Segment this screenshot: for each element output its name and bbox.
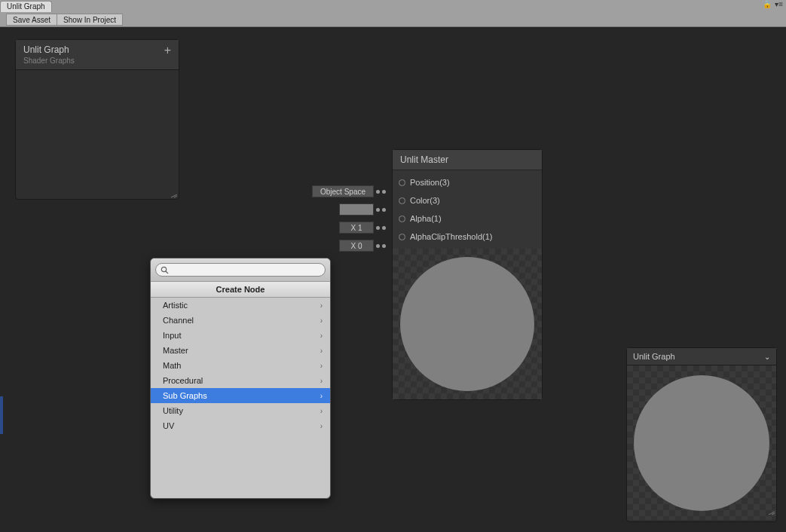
- connector-dot-icon: [376, 226, 380, 230]
- searcher-item-input[interactable]: Input›: [151, 328, 330, 343]
- port-socket-icon[interactable]: [399, 197, 405, 204]
- chevron-right-icon: ›: [320, 347, 323, 355]
- resize-handle-icon[interactable]: [171, 194, 177, 197]
- searcher-item-label: Artistic: [163, 301, 188, 310]
- connector-dot-icon: [376, 208, 380, 212]
- chevron-right-icon: ›: [320, 407, 323, 415]
- connector-dot-icon: [382, 208, 386, 212]
- searcher-item-utility[interactable]: Utility›: [151, 403, 330, 418]
- toolbar: Save Asset Show In Project: [0, 12, 786, 27]
- window-controls: 🔒 ▾≡: [763, 1, 783, 8]
- searcher-item-label: Master: [163, 346, 188, 355]
- port-alpha[interactable]: Alpha(1): [393, 209, 542, 228]
- alphaclip-field[interactable]: X 0: [339, 240, 374, 252]
- preview-sphere-icon: [400, 257, 534, 391]
- port-label: Color(3): [410, 196, 440, 205]
- searcher-title: Create Node: [151, 282, 330, 298]
- main-preview-title: Unlit Graph: [633, 352, 675, 361]
- connector-dot-icon: [382, 190, 386, 194]
- window-lock-icon[interactable]: 🔒: [763, 1, 772, 8]
- blackboard-header[interactable]: Unlit Graph Shader Graphs +: [16, 40, 179, 70]
- main-preview-header[interactable]: Unlit Graph ⌄: [627, 348, 776, 365]
- port-input-position: Object Space: [312, 185, 386, 197]
- blackboard-title: Unlit Graph: [23, 44, 75, 55]
- port-label: Position(3): [410, 178, 450, 187]
- blackboard-panel[interactable]: Unlit Graph Shader Graphs +: [15, 39, 179, 200]
- blackboard-subtitle: Shader Graphs: [23, 57, 75, 65]
- searcher-item-math[interactable]: Math›: [151, 358, 330, 373]
- chevron-right-icon: ›: [320, 332, 323, 340]
- connector-dot-icon: [382, 226, 386, 230]
- svg-line-0: [171, 194, 177, 197]
- searcher-item-label: UV: [163, 421, 174, 430]
- window-title: Unlit Graph: [7, 2, 45, 11]
- search-bar: [151, 258, 330, 282]
- svg-line-4: [769, 512, 775, 515]
- alpha-field[interactable]: X 1: [339, 222, 374, 234]
- port-input-color: [339, 203, 386, 216]
- save-asset-button[interactable]: Save Asset: [6, 14, 57, 26]
- port-input-alpha: X 1: [339, 222, 386, 234]
- port-position[interactable]: Position(3): [393, 173, 542, 191]
- unlit-master-node[interactable]: Unlit Master Position(3) Color(3) Alpha(…: [392, 149, 543, 400]
- searcher-list: Artistic›Channel›Input›Master›Math›Proce…: [151, 298, 330, 433]
- create-node-popup[interactable]: Create Node Artistic›Channel›Input›Maste…: [150, 258, 331, 499]
- svg-point-2: [161, 267, 166, 271]
- port-socket-icon[interactable]: [399, 179, 405, 186]
- main-preview-panel[interactable]: Unlit Graph ⌄: [626, 347, 777, 522]
- preview-sphere-icon: [634, 375, 769, 511]
- searcher-item-label: Utility: [163, 406, 183, 415]
- resize-handle-icon[interactable]: [769, 505, 775, 518]
- color-field[interactable]: [339, 203, 374, 216]
- chevron-right-icon: ›: [320, 316, 323, 325]
- node-title[interactable]: Unlit Master: [393, 150, 542, 170]
- port-color[interactable]: Color(3): [393, 191, 542, 209]
- searcher-item-label: Channel: [163, 316, 194, 325]
- searcher-item-channel[interactable]: Channel›: [151, 313, 330, 328]
- chevron-right-icon: ›: [320, 422, 323, 430]
- connector-dot-icon: [376, 244, 380, 248]
- searcher-item-label: Sub Graphs: [163, 391, 207, 400]
- port-label: AlphaClipThreshold(1): [410, 232, 492, 241]
- searcher-item-master[interactable]: Master›: [151, 343, 330, 358]
- searcher-item-label: Procedural: [163, 376, 203, 385]
- svg-line-5: [772, 513, 775, 515]
- window-menu-icon[interactable]: ▾≡: [775, 1, 783, 8]
- window-tab[interactable]: Unlit Graph: [0, 1, 52, 12]
- node-ports: Position(3) Color(3) Alpha(1) AlphaClipT…: [393, 170, 542, 249]
- searcher-item-uv[interactable]: UV›: [151, 418, 330, 433]
- svg-line-1: [174, 196, 177, 197]
- searcher-item-label: Input: [163, 331, 181, 340]
- search-icon: [161, 266, 169, 274]
- svg-line-3: [166, 271, 168, 274]
- searcher-item-sub-graphs[interactable]: Sub Graphs›: [151, 388, 330, 403]
- port-label: Alpha(1): [410, 214, 442, 223]
- graph-canvas[interactable]: Unlit Graph Shader Graphs + Object Space…: [0, 27, 786, 532]
- port-alphaclipthreshold[interactable]: AlphaClipThreshold(1): [393, 228, 542, 246]
- chevron-down-icon[interactable]: ⌄: [764, 353, 770, 361]
- connector-dot-icon: [382, 244, 386, 248]
- searcher-item-label: Math: [163, 361, 181, 370]
- port-input-alphaclip: X 0: [339, 240, 386, 252]
- chevron-right-icon: ›: [320, 301, 323, 310]
- left-edge-decoration: [0, 396, 3, 434]
- connector-dot-icon: [376, 190, 380, 194]
- blackboard-add-button[interactable]: +: [164, 44, 171, 57]
- position-space-dropdown[interactable]: Object Space: [312, 185, 374, 197]
- main-preview-body[interactable]: [627, 365, 776, 520]
- show-in-project-button[interactable]: Show In Project: [57, 14, 123, 26]
- port-socket-icon[interactable]: [399, 216, 405, 222]
- search-input[interactable]: [172, 265, 320, 274]
- chevron-right-icon: ›: [320, 392, 323, 400]
- chevron-right-icon: ›: [320, 377, 323, 385]
- searcher-item-artistic[interactable]: Artistic›: [151, 298, 330, 313]
- node-preview[interactable]: [393, 249, 542, 399]
- chevron-right-icon: ›: [320, 362, 323, 370]
- searcher-item-procedural[interactable]: Procedural›: [151, 373, 330, 388]
- window-titlebar: Unlit Graph 🔒 ▾≡: [0, 0, 786, 12]
- port-socket-icon[interactable]: [399, 234, 405, 240]
